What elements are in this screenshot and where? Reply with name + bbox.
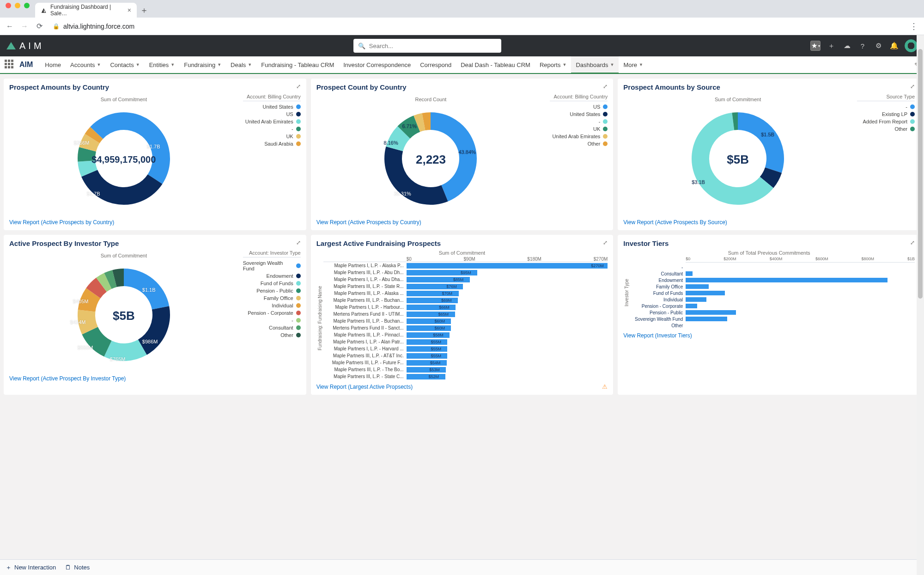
nav-item-reports[interactable]: Reports▼ bbox=[535, 56, 571, 73]
legend-item[interactable]: United Arab Emirates bbox=[243, 118, 301, 125]
legend-item[interactable]: United Arab Emirates bbox=[550, 133, 608, 140]
bar-row[interactable]: Fund of Funds bbox=[630, 290, 915, 296]
nav-item-fundraising[interactable]: Fundraising▼ bbox=[179, 56, 226, 73]
nav-item-home[interactable]: Home bbox=[40, 56, 66, 73]
support-icon[interactable]: ☁ bbox=[842, 41, 852, 51]
expand-icon[interactable]: ⤢ bbox=[603, 239, 608, 246]
legend-item[interactable]: Added From Report bbox=[857, 118, 915, 125]
legend-item[interactable]: Other bbox=[857, 125, 915, 133]
expand-icon[interactable]: ⤢ bbox=[296, 239, 301, 246]
view-report-link[interactable]: View Report (Investor Tiers) bbox=[623, 332, 915, 339]
bar-row[interactable]: Maple Partners I, L.P. - Alan Patr...$55… bbox=[323, 338, 608, 345]
bar-row[interactable]: Maple Partners III, L.P. - AT&T Inc.$55M bbox=[323, 352, 608, 359]
bar-row[interactable]: Sovereign Wealth Fund bbox=[630, 316, 915, 322]
legend-item[interactable]: US bbox=[243, 110, 301, 118]
expand-icon[interactable]: ⤢ bbox=[296, 83, 301, 90]
new-tab-button[interactable]: ＋ bbox=[137, 3, 152, 18]
close-tab-icon[interactable]: × bbox=[128, 6, 131, 14]
bar-row[interactable]: Pension - Public bbox=[630, 309, 915, 316]
bar-row[interactable]: Endowment bbox=[630, 277, 915, 283]
donut-slice[interactable] bbox=[124, 269, 169, 309]
legend-item[interactable]: Other bbox=[550, 140, 608, 147]
legend-item[interactable]: Pension - Public bbox=[243, 287, 301, 294]
legend-item[interactable]: Pension - Corporate bbox=[243, 309, 301, 317]
expand-icon[interactable]: ⤢ bbox=[603, 83, 608, 90]
bar-row[interactable]: Pension - Corporate bbox=[630, 303, 915, 309]
nav-item-correspond[interactable]: Correspond bbox=[415, 56, 456, 73]
bar-row[interactable]: Maple Partners I, L.P. - Alaska P...$270… bbox=[323, 262, 608, 269]
donut-slice[interactable] bbox=[124, 112, 170, 184]
view-report-link[interactable]: View Report (Active Prospects by Country… bbox=[316, 219, 608, 226]
view-report-link[interactable]: View Report (Active Prospects by Country… bbox=[9, 219, 301, 226]
minimize-window-icon[interactable] bbox=[15, 3, 20, 8]
legend-item[interactable]: UK bbox=[550, 125, 608, 133]
bar-row[interactable]: Mertens Partners Fund II - UTIM...$65M bbox=[323, 311, 608, 318]
notifications-bell-icon[interactable]: 🔔 bbox=[889, 41, 899, 51]
nav-item-fundraising-tableau-crm[interactable]: Fundraising - Tableau CRM bbox=[256, 56, 339, 73]
url-field[interactable]: 🔒 altvia.lightning.force.com bbox=[50, 23, 903, 30]
legend-item[interactable]: Endowment bbox=[243, 272, 301, 280]
nav-item-contacts[interactable]: Contacts▼ bbox=[105, 56, 144, 73]
bar-row[interactable]: Mertens Partners Fund II - Sanct...$60M bbox=[323, 324, 608, 331]
add-button[interactable]: ＋ bbox=[826, 41, 836, 51]
bar-row[interactable]: Maple Partners III, L.P. - Buchan...$60M bbox=[323, 318, 608, 324]
legend-item[interactable]: United States bbox=[243, 103, 301, 110]
view-report-link[interactable]: View Report (Largest Active Propsects) bbox=[316, 384, 608, 390]
bar-row[interactable]: Maple Partners III, L.P. - Alaska ...$70… bbox=[323, 290, 608, 297]
bar-row[interactable]: Maple Partners I, L.P. - Abu Dha...$85M bbox=[323, 276, 608, 283]
legend-item[interactable]: US bbox=[550, 103, 608, 110]
bar-row[interactable]: - bbox=[630, 264, 915, 270]
back-button[interactable]: ← bbox=[6, 22, 14, 31]
close-window-icon[interactable] bbox=[6, 3, 11, 8]
expand-icon[interactable]: ⤢ bbox=[910, 239, 915, 246]
expand-icon[interactable]: ⤢ bbox=[910, 83, 915, 90]
bar-row[interactable]: Maple Partners I, L.P. - Harvard ...$55M bbox=[323, 345, 608, 352]
bar-row[interactable]: Maple Partners III, L.P. - Buchan...$69M bbox=[323, 297, 608, 304]
bar-row[interactable]: Consultant bbox=[630, 270, 915, 277]
legend-item[interactable]: Saudi Arabia bbox=[243, 140, 301, 147]
setup-gear-icon[interactable]: ⚙ bbox=[873, 41, 883, 51]
maximize-window-icon[interactable] bbox=[24, 3, 30, 8]
legend-item[interactable]: United States bbox=[550, 110, 608, 118]
view-report-link[interactable]: View Report (Active Prospects By Source) bbox=[623, 219, 915, 226]
warning-icon[interactable]: ⚠ bbox=[602, 383, 608, 390]
legend-item[interactable]: Consultant bbox=[243, 324, 301, 331]
bar-row[interactable]: Maple Partners I, L.P. - Harbour...$66M bbox=[323, 304, 608, 311]
legend-item[interactable]: - bbox=[857, 103, 915, 110]
bar-row[interactable]: Family Office bbox=[630, 283, 915, 290]
help-icon[interactable]: ? bbox=[857, 41, 868, 51]
nav-item-investor-correspondence[interactable]: Investor Correspondence bbox=[339, 56, 415, 73]
legend-item[interactable]: Individual bbox=[243, 302, 301, 309]
nav-item-accounts[interactable]: Accounts▼ bbox=[66, 56, 105, 73]
legend-item[interactable]: UK bbox=[243, 133, 301, 140]
legend-item[interactable]: - bbox=[243, 125, 301, 133]
nav-item-deal-dash-tableau-crm[interactable]: Deal Dash - Tableau CRM bbox=[456, 56, 535, 73]
scrollbar[interactable] bbox=[917, 35, 924, 415]
bar-row[interactable]: Maple Partners III, L.P. - The Bo...$53M bbox=[323, 366, 608, 373]
forward-button[interactable]: → bbox=[20, 22, 29, 31]
bar-row[interactable]: Maple Partners III, L.P. - Future F...$5… bbox=[323, 359, 608, 366]
browser-menu-button[interactable]: ⋮ bbox=[910, 21, 918, 31]
global-search[interactable]: 🔍 bbox=[353, 39, 501, 53]
nav-item-deals[interactable]: Deals▼ bbox=[226, 56, 256, 73]
favorites-button[interactable]: ★▾ bbox=[810, 41, 821, 51]
bar-row[interactable]: Other bbox=[630, 322, 915, 329]
bar-row[interactable]: Maple Partners III, L.P. - State R...$76… bbox=[323, 283, 608, 290]
app-launcher-icon[interactable] bbox=[5, 60, 15, 70]
legend-item[interactable]: Other bbox=[243, 331, 301, 339]
nav-item-more[interactable]: More▼ bbox=[619, 56, 648, 73]
view-report-link[interactable]: View Report (Active Prospect By Investor… bbox=[9, 375, 301, 382]
user-avatar[interactable] bbox=[905, 39, 918, 52]
nav-item-dashboards[interactable]: Dashboards▼ bbox=[571, 56, 619, 73]
bar-row[interactable]: Maple Partners III, L.P. - State C...$52… bbox=[323, 373, 608, 380]
legend-item[interactable]: - bbox=[550, 118, 608, 125]
reload-button[interactable]: ⟳ bbox=[35, 22, 43, 31]
browser-tab[interactable]: ◭ Fundraising Dashboard | Sale… × bbox=[35, 3, 137, 18]
legend-item[interactable]: Existing LP bbox=[857, 110, 915, 118]
legend-item[interactable]: Sovereign Wealth Fund bbox=[243, 259, 301, 272]
legend-item[interactable]: - bbox=[243, 317, 301, 324]
bar-row[interactable]: Individual bbox=[630, 296, 915, 303]
legend-item[interactable]: Fund of Funds bbox=[243, 280, 301, 287]
search-input[interactable] bbox=[369, 43, 497, 49]
legend-item[interactable]: Family Office bbox=[243, 294, 301, 302]
